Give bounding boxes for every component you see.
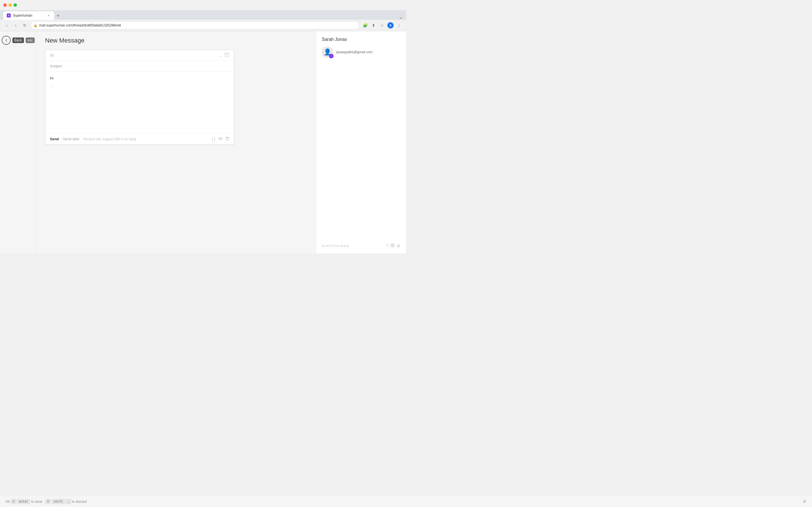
tab-overflow-button[interactable]: ⌄ [399,14,403,20]
minimize-window-button[interactable] [8,3,12,7]
to-label: To [50,53,65,57]
contact-name: Sarah Jonas [322,37,400,42]
remind-me-text: Remind me: August 16th if no reply [84,137,208,141]
link-icon[interactable] [218,136,223,142]
compose-footer: Send Send later Remind me: August 16th i… [45,133,234,144]
active-tab[interactable]: 4 Superhuman × [3,11,54,20]
to-field-icons: ⌄ [219,53,229,58]
superhuman-logo-area: SUPERHUMAN ? ⚙ [322,243,400,248]
grid-icon[interactable] [391,243,395,248]
svg-rect-4 [391,244,392,245]
profile-icon[interactable]: S [387,22,394,29]
contact-avatar: 👤 [322,47,333,58]
right-sidebar: Sarah Jonas 👤 sjsaaspaths@gmail.com SUPE… [316,31,406,253]
subject-label: Subject [50,64,65,68]
back-arrow-icon [4,39,8,42]
reload-button[interactable]: ↻ [21,22,28,29]
esc-label: esc [26,38,35,43]
tab-favicon: 4 [7,13,11,17]
compose-body[interactable]: Hi ... [45,71,234,133]
sidebar-bottom-icons: ? ⚙ [386,243,400,248]
main-content: New Message To ⌄ [37,31,316,253]
trash-icon[interactable] [225,136,229,142]
tab-title: Superhuman [13,13,33,17]
close-window-button[interactable] [3,3,7,7]
address-bar[interactable]: 🔒 mail.superhuman.com/thread/draft00a8a6… [31,21,359,29]
bookmark-icon[interactable]: ☆ [378,22,386,29]
help-icon[interactable]: ? [386,244,388,248]
send-later-button[interactable]: Send later [63,137,80,141]
tab-bar: 4 Superhuman × + ⌄ [0,10,406,20]
chevron-down-icon[interactable]: ⌄ [219,53,222,58]
extensions-icon[interactable]: 🧩 [361,22,369,29]
svg-rect-7 [393,245,394,247]
avatar-badge [329,54,334,58]
new-tab-button[interactable]: + [54,12,62,20]
address-bar-row: ‹ › ↻ 🔒 mail.superhuman.com/thread/draft… [0,20,406,31]
menu-icon[interactable]: ⋮ [395,22,403,29]
share-icon[interactable]: ⬆ [370,22,377,29]
forward-nav-button[interactable]: › [12,22,19,29]
user-avatar: S [388,22,394,29]
footer-icons: { } [212,136,229,142]
to-input[interactable] [65,53,219,57]
back-nav-button[interactable]: ‹ [3,22,10,29]
settings-icon[interactable]: ⚙ [397,244,400,248]
contact-email: sjsaaspaths@gmail.com [336,50,372,54]
subject-input[interactable] [65,64,229,68]
sidebar-content-area [322,61,400,243]
tab-close-button[interactable]: × [46,13,51,18]
cc-bcc-icon[interactable] [225,53,229,58]
superhuman-logo: SUPERHUMAN [322,244,349,247]
page-title: New Message [45,37,307,44]
body-greeting: Hi [50,75,229,81]
app-layout: Back esc New Message To ⌄ [0,31,406,253]
contact-row: 👤 sjsaaspaths@gmail.com [322,47,400,58]
browser-chrome: 4 Superhuman × + ⌄ ‹ › ↻ 🔒 mail.superhum… [0,0,406,31]
snippet-icon[interactable]: { } [212,137,215,142]
left-sidebar: Back esc [0,31,37,253]
maximize-window-button[interactable] [13,3,17,7]
title-bar [0,0,406,10]
back-circle-button[interactable] [2,36,11,45]
back-label[interactable]: Back [12,38,24,43]
body-ellipsis: ... [50,83,229,88]
url-text: mail.superhuman.com/thread/draft00a8a613… [39,23,356,27]
svg-rect-5 [393,244,394,245]
compose-card: To ⌄ Subject [45,50,234,145]
subject-field[interactable]: Subject [45,61,234,71]
back-button-area[interactable]: Back esc [2,36,35,45]
traffic-lights [3,3,17,7]
to-field[interactable]: To ⌄ [45,50,234,61]
browser-toolbar-icons: 🧩 ⬆ ☆ S ⋮ [361,22,403,29]
send-button[interactable]: Send [50,137,59,141]
svg-rect-6 [391,245,392,247]
lock-icon: 🔒 [34,24,38,27]
